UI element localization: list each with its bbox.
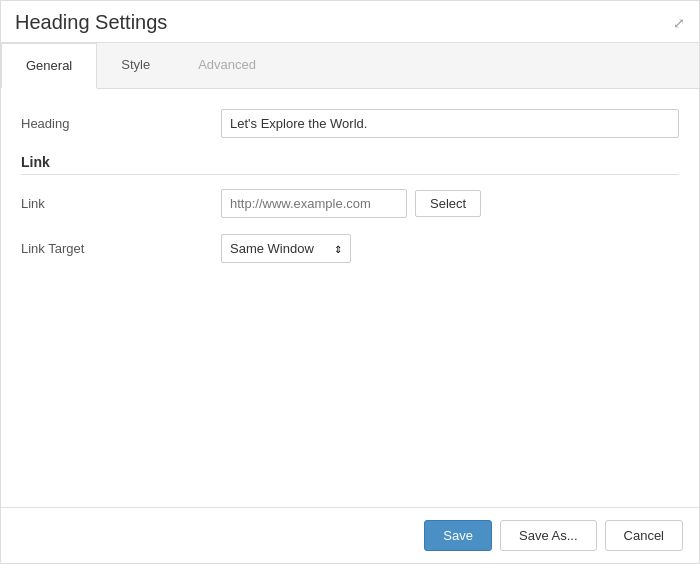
link-target-select[interactable]: Same Window New Window Lightbox bbox=[221, 234, 351, 263]
tabs-bar: General Style Advanced bbox=[1, 43, 699, 89]
save-as-button[interactable]: Save As... bbox=[500, 520, 597, 551]
heading-row: Heading bbox=[21, 109, 679, 138]
link-input-group: Select bbox=[221, 189, 481, 218]
link-row: Link Select bbox=[21, 189, 679, 218]
save-button[interactable]: Save bbox=[424, 520, 492, 551]
heading-label: Heading bbox=[21, 116, 221, 131]
modal-body: Heading Link Link Select Link Target Sam… bbox=[1, 89, 699, 507]
tab-general[interactable]: General bbox=[1, 43, 97, 89]
tab-advanced[interactable]: Advanced bbox=[174, 43, 280, 88]
tab-style[interactable]: Style bbox=[97, 43, 174, 88]
link-section-divider bbox=[21, 174, 679, 175]
link-label: Link bbox=[21, 196, 221, 211]
modal-footer: Save Save As... Cancel bbox=[1, 507, 699, 563]
link-target-row: Link Target Same Window New Window Light… bbox=[21, 234, 679, 263]
link-section-title: Link bbox=[21, 154, 679, 170]
link-select-button[interactable]: Select bbox=[415, 190, 481, 217]
link-target-wrap: Same Window New Window Lightbox bbox=[221, 234, 679, 263]
heading-input[interactable] bbox=[221, 109, 679, 138]
modal-header: Heading Settings ⤢ bbox=[1, 1, 699, 43]
link-target-label: Link Target bbox=[21, 241, 221, 256]
cancel-button[interactable]: Cancel bbox=[605, 520, 683, 551]
modal-container: Heading Settings ⤢ General Style Advance… bbox=[0, 0, 700, 564]
heading-input-wrap bbox=[221, 109, 679, 138]
modal-title: Heading Settings bbox=[15, 11, 167, 34]
expand-icon[interactable]: ⤢ bbox=[673, 15, 685, 31]
link-input[interactable] bbox=[221, 189, 407, 218]
link-section: Link bbox=[21, 154, 679, 170]
